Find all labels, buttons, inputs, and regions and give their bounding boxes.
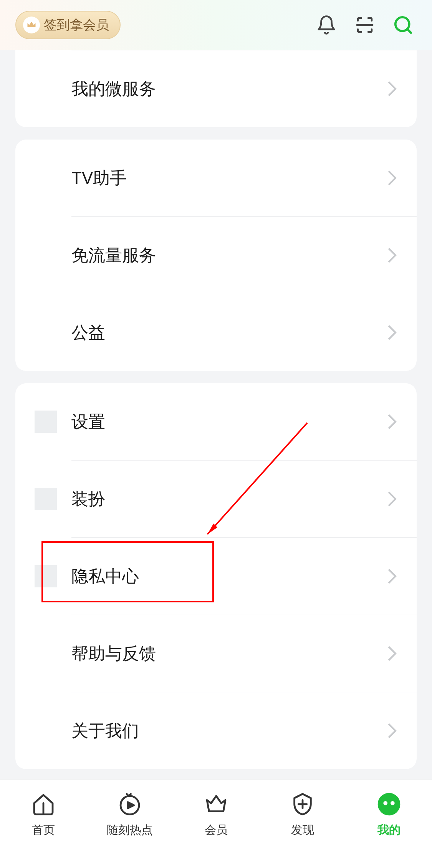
row-tv-helper[interactable]: TV助手 [15,140,417,216]
placeholder-icon [35,565,57,587]
row-label: 设置 [71,411,387,433]
tab-vip[interactable]: 会员 [173,791,259,838]
row-skin[interactable]: 装扮 [15,461,417,537]
row-privacy[interactable]: 隐私中心 [15,538,417,615]
chevron-right-icon [387,413,397,430]
row-label: TV助手 [71,167,387,190]
search-icon[interactable] [390,12,417,38]
scan-icon[interactable] [351,12,378,38]
tab-home[interactable]: 首页 [0,791,86,838]
placeholder-icon [35,411,57,433]
tab-label: 随刻热点 [107,822,153,838]
settings-group-0: 我的微服务 [15,50,417,127]
row-label: 隐私中心 [71,565,387,588]
tab-label: 我的 [377,822,401,838]
row-label: 公益 [71,321,387,344]
svg-point-6 [383,801,387,805]
chevron-right-icon [387,324,397,341]
tabbar: 首页 随刻热点 会员 发现 我的 [0,780,432,868]
content-area: 我的微服务 TV助手 免流量服务 公益 [0,50,432,825]
row-label: 关于我们 [71,720,387,742]
discover-icon [289,791,316,818]
row-help-feedback[interactable]: 帮助与反馈 [15,615,417,692]
settings-group-2: 设置 装扮 隐私中心 帮助与反馈 [15,383,417,769]
row-charity[interactable]: 公益 [15,294,417,371]
signin-badge[interactable]: 签到拿会员 [15,11,121,39]
header: 签到拿会员 [0,0,432,50]
placeholder-icon [35,488,57,510]
chevron-right-icon [387,247,397,264]
home-icon [30,791,57,818]
tab-label: 首页 [32,822,55,838]
chevron-right-icon [387,80,397,97]
tab-mine[interactable]: 我的 [346,791,432,838]
vip-crown-icon [203,791,230,818]
chevron-right-icon [387,491,397,507]
svg-point-7 [391,801,395,805]
row-label: 帮助与反馈 [71,642,387,665]
row-label: 我的微服务 [71,78,387,100]
crown-icon [23,17,40,33]
svg-point-5 [377,793,400,816]
profile-icon [376,791,402,818]
play-icon [116,791,143,818]
chevron-right-icon [387,645,397,662]
chevron-right-icon [387,722,397,739]
row-micro-services[interactable]: 我的微服务 [15,50,417,127]
settings-group-1: TV助手 免流量服务 公益 [15,140,417,371]
tab-label: 会员 [205,822,228,838]
chevron-right-icon [387,170,397,186]
row-settings[interactable]: 设置 [15,383,417,460]
row-label: 装扮 [71,488,387,510]
notification-icon[interactable] [313,12,340,38]
chevron-right-icon [387,568,397,585]
tab-discover[interactable]: 发现 [259,791,346,838]
row-label: 免流量服务 [71,244,387,267]
tab-label: 发现 [291,822,314,838]
signin-label: 签到拿会员 [44,16,109,34]
tab-hot[interactable]: 随刻热点 [86,791,173,838]
row-data-free[interactable]: 免流量服务 [15,217,417,294]
row-about[interactable]: 关于我们 [15,692,417,769]
